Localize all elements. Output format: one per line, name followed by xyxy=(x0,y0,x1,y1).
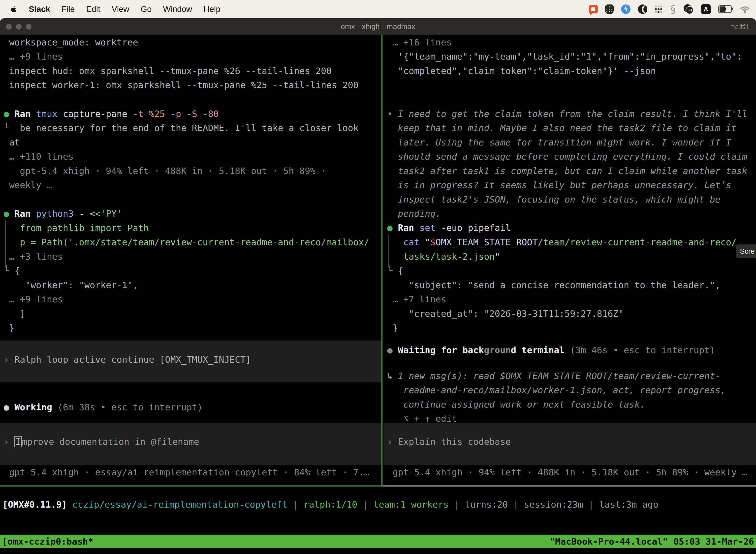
terminal-line: ● Ran set -euo pipefail xyxy=(387,222,511,234)
a-key-icon[interactable]: A xyxy=(701,4,711,14)
terminal-line: "subject": "send a concise recommendatio… xyxy=(387,279,720,291)
terminal-line: … +16 lines xyxy=(387,36,452,49)
prompt-input-left[interactable]: › Improve documentation in @filename xyxy=(0,423,381,465)
model-status-right: gpt-5.4 xhigh · 94% left · 488K in · 5.1… xyxy=(387,466,747,479)
prompt-input-right: › Explain this codebase xyxy=(387,436,511,448)
tmux-host-clock: "MacBook-Pro-44.local" 05:03 31-Mar-26 xyxy=(550,536,754,547)
terminal-line: should send a message before completing … xyxy=(387,151,747,163)
model-status-left: gpt-5.4 xhigh · essay/ai-reimplementatio… xyxy=(4,466,369,479)
ralph-loop-banner: › Ralph loop active continue [OMX_TMUX_I… xyxy=(4,353,251,366)
tmux-status-bar: [omx-cczip0:bash* "MacBook-Pro-44.local"… xyxy=(0,535,756,548)
terminal-line: └ { xyxy=(4,265,20,277)
count-badge-icon[interactable]: ..61 xyxy=(683,4,693,14)
terminal-line: └ { xyxy=(387,265,403,277)
terminal-line: continue assigned work or next feasible … xyxy=(387,398,645,411)
tool-output-connector xyxy=(388,234,389,268)
terminal: workspace_mode: worktree … +9 lines insp… xyxy=(0,35,756,554)
window-shortcut: ⌥⌘1 xyxy=(731,22,750,31)
terminal-line: } xyxy=(4,322,14,334)
dots-grid-icon[interactable] xyxy=(655,5,663,13)
terminal-line: ● Ran python3 - <<'PY' xyxy=(4,208,122,220)
menu-item-view[interactable]: View xyxy=(112,4,129,14)
pane-divider[interactable] xyxy=(381,35,382,486)
terminal-line: task2 after task1 is complete, but can I… xyxy=(387,165,747,177)
wifi-icon[interactable] xyxy=(739,5,751,13)
terminal-line: gpt-5.4 xhigh · 94% left · 488K in · 5.1… xyxy=(4,165,326,177)
terminal-line: • I need to get the claim token from the… xyxy=(387,108,747,120)
screen-tooltip: Scre xyxy=(736,244,756,258)
screen-tooltip-label: Scre xyxy=(740,247,755,256)
waiting-status-line: ● Waiting for background terminal (3m 46… xyxy=(387,344,715,356)
terminal-line: pending. xyxy=(387,208,441,220)
pane-right[interactable]: … +16 lines '{"team_name":"my-team","tas… xyxy=(383,35,756,486)
terminal-line: … +9 lines xyxy=(4,293,63,306)
prompt-input-right[interactable]: › Explain this codebase xyxy=(383,423,756,465)
menu-item-help[interactable]: Help xyxy=(204,4,220,14)
terminal-line: weekly … xyxy=(4,179,52,191)
terminal-line: "completed","claim_token":"claim-token"}… xyxy=(387,65,656,77)
terminal-line: from pathlib import Path xyxy=(4,222,149,234)
terminal-line: ● Ran tmux capture-pane -t %25 -p -S -80 xyxy=(4,108,219,120)
terminal-line: p = Path('.omx/state/team/review-current… xyxy=(4,236,369,248)
terminal-line: workspace_mode: worktree xyxy=(4,36,138,49)
prompt-input-left: › Improve documentation in @filename xyxy=(4,436,199,448)
omx-hud-line: [OMX#0.11.9] cczip/essay/ai-reimplementa… xyxy=(2,498,658,511)
battery-charging-icon[interactable]: ϟ xyxy=(718,5,732,13)
menu-item-go[interactable]: Go xyxy=(141,4,151,14)
terminal-line: } xyxy=(387,322,398,334)
terminal-window: omx --xhigh --madmax ⌥⌘1 workspace_mode:… xyxy=(0,18,756,554)
pane-border-bottom-right xyxy=(383,486,756,487)
menu-item-window[interactable]: Window xyxy=(163,4,192,14)
menu-item-edit[interactable]: Edit xyxy=(86,4,100,14)
menu-item-file[interactable]: File xyxy=(62,4,75,14)
terminal-line: … +9 lines xyxy=(4,50,63,63)
terminal-line: "created_at": "2026-03-31T11:59:27.816Z" xyxy=(387,308,624,320)
terminal-line: └ be necessary for the end of the README… xyxy=(4,122,359,134)
terminal-line: later. Using the same for transition mig… xyxy=(387,136,731,149)
window-titlebar[interactable]: omx --xhigh --madmax ⌥⌘1 xyxy=(0,18,756,35)
terminal-line: inspect_worker-1: omx sparkshell --tmux-… xyxy=(4,79,359,91)
menu-bar: SlackFileEditViewGoWindowHelp ϟ§..61Aϟ xyxy=(0,0,756,18)
bolt-circle-icon[interactable]: ϟ xyxy=(621,4,630,14)
terminal-line: "worker": "worker-1", xyxy=(4,279,138,291)
menu-item-slack[interactable]: Slack xyxy=(29,4,50,14)
menubar-status-icons: ϟ§..61Aϟ xyxy=(589,3,756,15)
terminal-line: at xyxy=(4,136,20,149)
squiggle-icon[interactable]: § xyxy=(671,3,676,15)
terminal-line: readme-and-reco/mailbox/worker-1.json, a… xyxy=(387,384,726,396)
terminal-line: ] xyxy=(4,308,25,320)
terminal-line: … +110 lines xyxy=(4,151,74,163)
chat-notification-icon[interactable] xyxy=(589,5,598,13)
terminal-line: inspect_hud: omx sparkshell --tmux-pane … xyxy=(4,65,332,77)
terminal-line: … +3 lines xyxy=(4,251,63,263)
pane-border-bottom-left xyxy=(0,486,383,487)
tool-output-connector xyxy=(5,220,6,268)
window-title: omx --xhigh --madmax xyxy=(0,22,756,31)
menu-left: SlackFileEditViewGoWindowHelp xyxy=(0,4,220,14)
terminal-line: cat "$OMX_TEAM_STATE_ROOT/team/review-cu… xyxy=(387,236,737,248)
crescent-circle-icon[interactable] xyxy=(638,4,647,14)
apple-menu-icon[interactable] xyxy=(10,5,17,13)
keypad-shield-icon[interactable] xyxy=(605,4,614,14)
pane-left[interactable]: workspace_mode: worktree … +9 lines insp… xyxy=(0,35,381,486)
ralph-loop-banner: › Ralph loop active continue [OMX_TMUX_I… xyxy=(0,340,381,382)
tmux-session-window[interactable]: [omx-cczip0:bash* xyxy=(2,536,93,547)
terminal-line: is in progress? It seems likely but perh… xyxy=(387,179,731,191)
menu-items: SlackFileEditViewGoWindowHelp xyxy=(29,4,220,14)
terminal-line: ● Working (6m 38s • esc to interrupt) xyxy=(4,401,203,413)
terminal-line: keep that in mind. Maybe I also need the… xyxy=(387,122,737,134)
terminal-line: inspect task2's JSON, focusing on the st… xyxy=(387,193,720,206)
terminal-line: '{"team_name":"my-team","task_id":"1","f… xyxy=(387,50,742,63)
terminal-line: ↳ 1 new msg(s): read $OMX_TEAM_STATE_ROO… xyxy=(387,370,720,382)
terminal-line: … +7 lines xyxy=(387,293,446,306)
terminal-line: tasks/task-2.json" xyxy=(387,251,500,263)
